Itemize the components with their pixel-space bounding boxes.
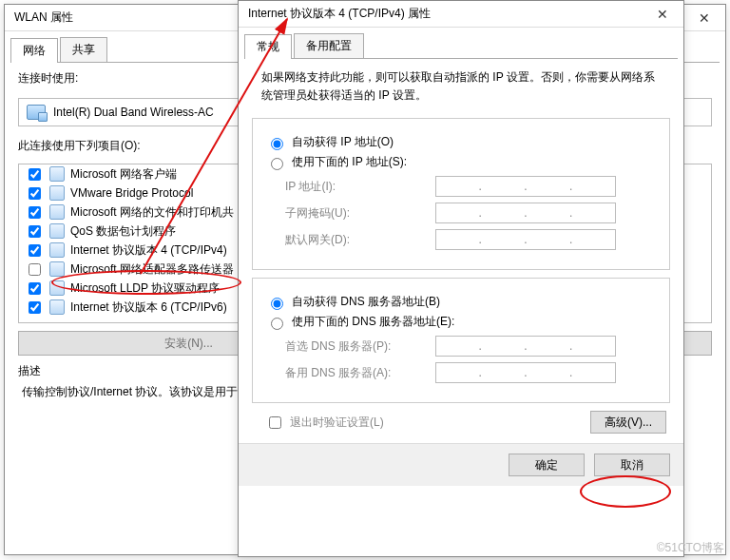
dns-settings-group: 自动获得 DNS 服务器地址(B) 使用下面的 DNS 服务器地址(E): 首选… — [252, 278, 670, 403]
item-label: Microsoft 网络的文件和打印机共 — [70, 204, 234, 221]
component-icon — [49, 242, 65, 258]
item-label: Microsoft LLDP 协议驱动程序 — [70, 280, 220, 297]
item-label: VMware Bridge Protocol — [70, 186, 193, 200]
ip-address-label: IP 地址(I): — [285, 179, 428, 195]
adapter-name: Intel(R) Dual Band Wireless-AC — [53, 106, 214, 119]
wlan-close-button[interactable]: ✕ — [682, 5, 725, 31]
item-checkbox[interactable] — [29, 301, 41, 314]
watermark: ©51CTO博客 — [657, 540, 724, 556]
ip-address-input[interactable]: ... — [435, 176, 616, 197]
tab-share[interactable]: 共享 — [60, 37, 107, 62]
radio-auto-ip-label: 自动获得 IP 地址(O) — [292, 134, 394, 150]
radio-auto-dns[interactable] — [271, 298, 283, 310]
radio-manual-ip-label: 使用下面的 IP 地址(S): — [292, 154, 407, 170]
item-checkbox[interactable] — [29, 263, 41, 276]
component-icon — [49, 166, 65, 182]
ipv4-titlebar: Internet 协议版本 4 (TCP/IPv4) 属性 ✕ — [239, 1, 683, 28]
item-label: Microsoft 网络客户端 — [70, 166, 177, 183]
ipv4-properties-dialog: Internet 协议版本 4 (TCP/IPv4) 属性 ✕ 常规 备用配置 … — [238, 0, 684, 557]
item-label: QoS 数据包计划程序 — [70, 223, 176, 240]
cancel-button[interactable]: 取消 — [594, 454, 670, 476]
item-checkbox[interactable] — [29, 225, 41, 238]
ipv4-intro-text: 如果网络支持此功能，则可以获取自动指派的 IP 设置。否则，你需要从网络系统管理… — [239, 59, 683, 110]
item-checkbox[interactable] — [29, 206, 41, 219]
component-icon — [49, 204, 65, 220]
item-label: Internet 协议版本 4 (TCP/IPv4) — [70, 242, 227, 259]
component-icon — [49, 261, 65, 277]
tab-network[interactable]: 网络 — [10, 38, 58, 63]
subnet-mask-label: 子网掩码(U): — [285, 205, 428, 222]
radio-auto-ip[interactable] — [271, 138, 283, 150]
tab-alternate[interactable]: 备用配置 — [294, 33, 364, 58]
item-checkbox[interactable] — [29, 282, 41, 295]
radio-auto-dns-label: 自动获得 DNS 服务器地址(B) — [292, 294, 440, 310]
wlan-title: WLAN 属性 — [14, 10, 73, 26]
default-gateway-input[interactable]: ... — [435, 229, 616, 250]
item-checkbox[interactable] — [29, 244, 41, 257]
alternate-dns-input[interactable]: ... — [435, 362, 616, 383]
validate-on-exit-checkbox[interactable] — [269, 416, 281, 429]
component-icon — [49, 185, 65, 201]
item-checkbox[interactable] — [29, 168, 41, 181]
radio-manual-dns-label: 使用下面的 DNS 服务器地址(E): — [292, 314, 454, 330]
ip-settings-group: 自动获得 IP 地址(O) 使用下面的 IP 地址(S): IP 地址(I): … — [252, 118, 670, 270]
alternate-dns-label: 备用 DNS 服务器(A): — [285, 365, 428, 381]
ipv4-title: Internet 协议版本 4 (TCP/IPv4) 属性 — [248, 6, 431, 22]
item-checkbox[interactable] — [29, 187, 41, 200]
tab-general[interactable]: 常规 — [244, 34, 292, 59]
preferred-dns-input[interactable]: ... — [435, 336, 616, 357]
network-adapter-icon — [27, 105, 46, 120]
subnet-mask-input[interactable]: ... — [435, 203, 616, 223]
component-icon — [49, 280, 65, 296]
default-gateway-label: 默认网关(D): — [285, 232, 428, 248]
validate-on-exit-label: 退出时验证设置(L) — [290, 415, 384, 431]
radio-manual-dns[interactable] — [271, 318, 283, 330]
component-icon — [49, 299, 65, 315]
advanced-button[interactable]: 高级(V)... — [590, 411, 666, 434]
radio-manual-ip[interactable] — [271, 158, 283, 170]
ipv4-close-button[interactable]: ✕ — [641, 1, 683, 28]
item-label: Microsoft 网络适配器多路传送器 — [70, 261, 234, 278]
item-label: Internet 协议版本 6 (TCP/IPv6) — [70, 299, 227, 316]
dialog-footer: 确定 取消 — [239, 443, 683, 486]
component-icon — [49, 223, 65, 239]
ok-button[interactable]: 确定 — [509, 454, 585, 476]
preferred-dns-label: 首选 DNS 服务器(P): — [285, 338, 428, 355]
